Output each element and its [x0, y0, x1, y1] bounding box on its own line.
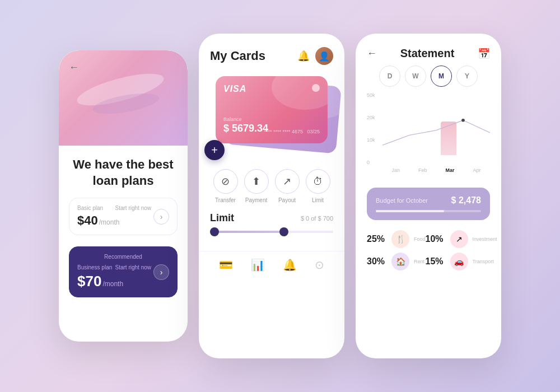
- user-avatar[interactable]: 👤: [315, 47, 333, 65]
- basic-plan-card[interactable]: Basic plan Start right now $40 /month ›: [69, 198, 178, 235]
- business-plan-label: Business plan: [77, 264, 112, 270]
- rent-icon-circle: 🏠: [391, 253, 409, 270]
- phone-loan-plans: ← We have the best loan plans Basic plan…: [59, 50, 188, 342]
- cards-area: VISA Balance $ 5679.34 **** **** **** 46…: [210, 71, 333, 160]
- tab-year[interactable]: Y: [456, 66, 478, 87]
- card-front[interactable]: VISA Balance $ 5679.34 **** **** **** 46…: [216, 76, 328, 143]
- footer-wallet-icon[interactable]: 💳: [219, 258, 233, 272]
- chart-area: 50k 20k 10k 0 Jan Feb Mar Apr: [356, 92, 501, 182]
- chart-x-labels: Jan Feb Mar Apr: [382, 167, 490, 173]
- transport-icon-circle: 🚗: [450, 253, 468, 270]
- transfer-icon-circle: ⊘: [213, 169, 238, 194]
- business-plan-period: /month: [102, 280, 123, 288]
- footer-bell-icon[interactable]: 🔔: [283, 258, 297, 272]
- business-plan-start: Start right now: [115, 264, 151, 270]
- transfer-label: Transfer: [215, 197, 236, 203]
- slider-thumb-right[interactable]: [279, 227, 288, 236]
- payout-label: Payout: [278, 197, 296, 203]
- budget-top: Budget for October $ 2,478: [376, 195, 481, 206]
- actions-row: ⊘ Transfer ⬆ Payment ↗ Payout ⏱ Limit: [199, 160, 344, 208]
- budget-card: Budget for October $ 2,478: [367, 188, 490, 220]
- business-plan-card[interactable]: Recommended Business plan Start right no…: [69, 246, 178, 297]
- loan-headline: We have the best loan plans: [69, 157, 178, 189]
- food-icon-circle: 🍴: [391, 230, 409, 248]
- card-type: VISA: [223, 84, 246, 94]
- business-plan-arrow[interactable]: ›: [153, 264, 169, 280]
- action-limit[interactable]: ⏱ Limit: [306, 169, 330, 203]
- y-label-0: 0: [367, 160, 375, 165]
- action-transfer[interactable]: ⊘ Transfer: [213, 169, 238, 203]
- basic-plan-arrow[interactable]: ›: [153, 209, 169, 225]
- stat-food-pct: 25%: [367, 234, 387, 244]
- phone2-header: My Cards 🔔 👤: [199, 34, 344, 71]
- phone2-footer: 💳 📊 🔔 ⊙: [199, 251, 344, 278]
- limit-icon-circle: ⏱: [306, 169, 330, 194]
- stat-transport-pct: 15%: [426, 256, 446, 267]
- stat-investment: 10% ↗ Investment: [426, 230, 497, 248]
- basic-plan-label: Basic plan: [77, 205, 103, 211]
- y-label-50k: 50k: [367, 92, 375, 98]
- basic-plan-period: /month: [99, 218, 120, 226]
- card-number: **** **** **** 4675 03/25: [264, 129, 320, 134]
- my-cards-title: My Cards: [210, 49, 265, 63]
- footer-chart-icon[interactable]: 📊: [251, 258, 265, 272]
- tab-day[interactable]: D: [379, 66, 400, 87]
- footer-settings-icon[interactable]: ⊙: [315, 258, 324, 272]
- payout-icon-circle: ↗: [275, 169, 300, 194]
- limit-section: Limit $ 0 of $ 700: [199, 208, 344, 251]
- slider-fill: [210, 231, 284, 233]
- x-label-feb: Feb: [418, 167, 427, 173]
- investment-icon-circle: ↗: [450, 230, 468, 248]
- limit-range: $ 0 of $ 700: [301, 215, 333, 222]
- notification-icon[interactable]: 🔔: [297, 50, 310, 62]
- phone-my-cards: My Cards 🔔 👤 VISA Balance $ 5679.34 ****…: [199, 34, 344, 358]
- phone1-body: We have the best loan plans Basic plan S…: [59, 146, 188, 342]
- card-dot: [312, 84, 320, 92]
- stat-transport-name: Transport: [473, 259, 494, 264]
- phone3-header: ← Statement 📅: [356, 34, 501, 66]
- budget-bar-fill: [376, 210, 444, 212]
- phone-statement: ← Statement 📅 D W M Y 50k 20k 10k 0 Jan …: [356, 34, 501, 358]
- chart-y-labels: 50k 20k 10k 0: [367, 92, 375, 165]
- chart-content: [382, 92, 490, 165]
- phone1-header: ←: [59, 50, 188, 146]
- card-balance: $ 5679.34: [223, 123, 268, 134]
- stat-rent-pct: 30%: [367, 256, 387, 267]
- slider-thumb-left[interactable]: [210, 227, 219, 236]
- header-icons: 🔔 👤: [297, 47, 333, 65]
- budget-progress-bar: [376, 210, 481, 212]
- add-card-button[interactable]: +: [204, 140, 225, 160]
- back-button-1[interactable]: ←: [69, 62, 79, 73]
- business-plan-price: $70: [77, 273, 101, 290]
- stat-rent: 30% 🏠 Rent: [367, 253, 426, 270]
- budget-amount: $ 2,478: [451, 195, 481, 206]
- stat-transport: 15% 🚗 Transport: [426, 253, 497, 270]
- basic-plan-start: Start right now: [115, 205, 151, 211]
- tab-week[interactable]: W: [405, 66, 426, 87]
- stat-investment-name: Investment: [473, 236, 497, 242]
- chart-svg: [382, 110, 490, 155]
- stat-food: 25% 🍴 Food: [367, 230, 426, 248]
- y-label-10k: 10k: [367, 137, 375, 143]
- x-label-jan: Jan: [391, 167, 400, 173]
- stat-investment-pct: 10%: [426, 234, 446, 244]
- limit-title: Limit: [210, 212, 234, 224]
- calendar-icon[interactable]: 📅: [478, 48, 490, 60]
- budget-label: Budget for October: [376, 197, 428, 204]
- tab-month[interactable]: M: [431, 66, 452, 87]
- stats-grid: 25% 🍴 Food 10% ↗ Investment 30% 🏠 Rent 1…: [356, 226, 501, 275]
- x-label-mar: Mar: [445, 167, 454, 173]
- basic-plan-price: $40: [77, 213, 98, 228]
- limit-slider[interactable]: [210, 231, 333, 233]
- period-tabs: D W M Y: [356, 66, 501, 92]
- action-payout[interactable]: ↗ Payout: [275, 169, 300, 203]
- action-payment[interactable]: ⬆ Payment: [244, 169, 269, 203]
- stat-rent-name: Rent: [414, 259, 424, 264]
- back-button-3[interactable]: ←: [367, 48, 377, 59]
- card-balance-label: Balance: [223, 116, 242, 122]
- stat-food-name: Food: [414, 236, 426, 242]
- payment-icon-circle: ⬆: [244, 169, 269, 194]
- payment-label: Payment: [245, 197, 267, 203]
- x-label-apr: Apr: [473, 167, 480, 173]
- limit-label: Limit: [312, 197, 324, 203]
